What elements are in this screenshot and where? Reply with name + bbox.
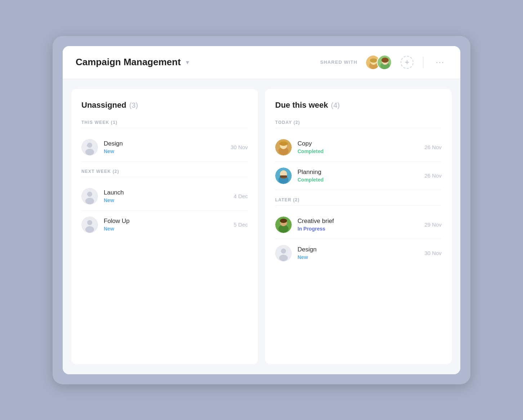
task-info-copy: Copy Completed — [298, 140, 419, 154]
svg-point-14 — [87, 192, 92, 197]
svg-point-3 — [370, 58, 377, 63]
svg-point-35 — [281, 249, 286, 254]
task-date: 29 Nov — [424, 222, 442, 228]
due-this-week-title: Due this week — [275, 100, 328, 110]
user-placeholder-icon — [81, 216, 98, 233]
task-avatar-planning — [275, 167, 292, 184]
task-info-launch: Launch New — [104, 189, 228, 203]
task-avatar-placeholder — [81, 139, 98, 156]
task-name: Creative brief — [298, 218, 419, 225]
task-info-follow-up: Folow Up New — [104, 218, 228, 232]
svg-point-28 — [281, 170, 286, 176]
task-status: In Progress — [298, 226, 419, 232]
unassigned-column: Unassigned (3) THIS WEEK (1) — [71, 89, 258, 364]
header: Campaign Management ▾ SHARED WITH — [63, 46, 460, 79]
task-name: Folow Up — [104, 218, 228, 225]
this-week-section-header: THIS WEEK (1) — [81, 120, 248, 128]
task-status: New — [104, 148, 225, 154]
svg-point-7 — [381, 58, 389, 63]
task-name: Design — [104, 140, 225, 147]
avatar-2-image — [377, 55, 392, 70]
user-placeholder-icon — [81, 188, 98, 205]
task-avatar-placeholder — [275, 245, 292, 262]
due-this-week-column: Due this week (4) TODAY (2) — [265, 89, 452, 364]
task-copy: Copy Completed 26 Nov — [275, 133, 442, 162]
main-card: Campaign Management ▾ SHARED WITH — [63, 46, 460, 374]
task-date: 26 Nov — [424, 144, 442, 150]
header-left: Campaign Management ▾ — [76, 57, 189, 68]
page-title: Campaign Management — [76, 57, 181, 68]
task-planning: Planning Completed 26 Nov — [275, 162, 442, 190]
shared-avatars — [365, 55, 392, 70]
today-section-header: TODAY (2) — [275, 120, 442, 128]
svg-rect-29 — [280, 175, 287, 178]
task-status: Completed — [298, 148, 419, 154]
svg-point-15 — [85, 198, 94, 204]
task-avatar-placeholder — [81, 188, 98, 205]
header-divider — [423, 57, 424, 68]
avatar-creative-brief-image — [275, 216, 292, 233]
outer-card: Campaign Management ▾ SHARED WITH — [53, 36, 470, 384]
task-avatar-copy — [275, 139, 292, 156]
later-section-header: LATER (2) — [275, 197, 442, 206]
task-date: 26 Nov — [424, 173, 442, 179]
user-placeholder-icon — [81, 139, 98, 156]
svg-point-23 — [279, 142, 288, 146]
task-date: 30 Nov — [424, 250, 442, 256]
task-avatar-creative-brief — [275, 216, 292, 233]
task-status: New — [298, 254, 419, 260]
task-info-creative-brief: Creative brief In Progress — [298, 218, 419, 232]
svg-point-33 — [280, 219, 287, 223]
task-status: Completed — [298, 177, 419, 183]
task-date: 5 Dec — [234, 222, 248, 228]
task-design-due: Design New 30 Nov — [275, 239, 442, 267]
due-this-week-column-header: Due this week (4) — [275, 100, 442, 110]
task-status: New — [104, 226, 228, 232]
svg-point-10 — [85, 149, 94, 155]
svg-point-36 — [279, 255, 288, 261]
unassigned-title: Unassigned — [81, 100, 126, 110]
add-person-button[interactable]: + — [401, 56, 414, 69]
avatar-copy-image — [275, 139, 292, 156]
more-options-button[interactable]: ··· — [433, 56, 447, 68]
task-launch: Launch New 4 Dec — [81, 182, 248, 211]
task-info-design-unassigned: Design New — [104, 140, 225, 154]
task-info-planning: Planning Completed — [298, 169, 419, 183]
svg-point-17 — [87, 220, 92, 225]
unassigned-column-header: Unassigned (3) — [81, 100, 248, 110]
shared-with-label: SHARED WITH — [320, 59, 357, 65]
task-name: Design — [298, 246, 419, 253]
task-name: Launch — [104, 189, 228, 196]
task-avatar-placeholder — [81, 216, 98, 233]
task-info-design-due: Design New — [298, 246, 419, 260]
user-placeholder-icon — [275, 245, 292, 262]
task-follow-up: Folow Up New 5 Dec — [81, 211, 248, 239]
content-area: Unassigned (3) THIS WEEK (1) — [63, 79, 460, 374]
task-name: Copy — [298, 140, 419, 147]
header-right: SHARED WITH — [320, 55, 447, 70]
task-creative-brief: Creative brief In Progress 29 Nov — [275, 211, 442, 239]
task-status: New — [104, 197, 228, 203]
task-name: Planning — [298, 169, 419, 176]
avatar-2[interactable] — [377, 55, 392, 70]
task-date: 30 Nov — [231, 144, 248, 150]
avatar-planning-image — [275, 167, 292, 184]
task-design-unassigned: Design New 30 Nov — [81, 133, 248, 162]
due-this-week-count: (4) — [331, 101, 340, 110]
next-week-section-header: NEXT WEEK (2) — [81, 169, 248, 177]
svg-point-18 — [85, 226, 94, 233]
chevron-down-icon[interactable]: ▾ — [186, 58, 189, 66]
task-date: 4 Dec — [234, 193, 248, 199]
unassigned-count: (3) — [129, 101, 138, 110]
